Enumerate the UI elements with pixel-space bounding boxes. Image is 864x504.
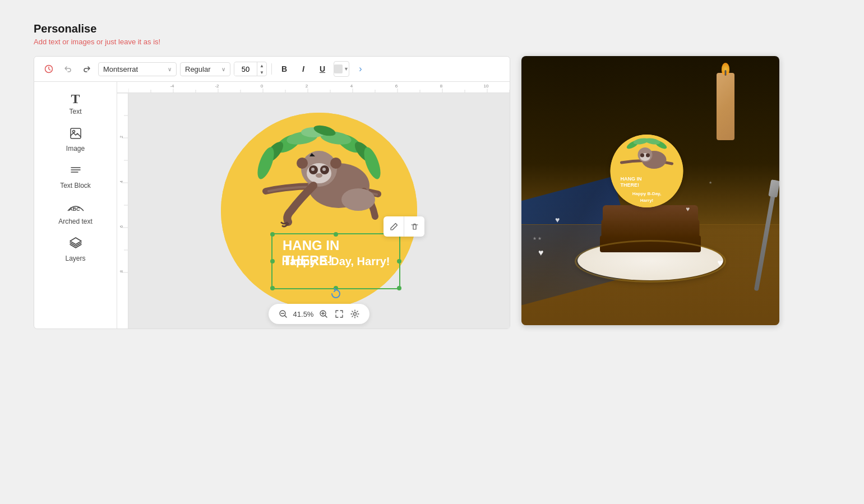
color-swatch	[334, 64, 343, 73]
svg-text:8: 8	[119, 270, 123, 272]
font-style: Regular	[185, 65, 211, 73]
size-up-button[interactable]: ▲	[257, 62, 266, 69]
color-picker-button[interactable]: ▼	[334, 61, 349, 77]
svg-point-66	[311, 168, 315, 171]
star-1: ★ ★	[533, 236, 542, 241]
handle-mr[interactable]	[397, 259, 401, 263]
preview-panel: HANG IN THERE! Happy B-Day, Harry! ♥ ♥ ♥…	[521, 56, 779, 325]
sidebar-item-image[interactable]: Image	[42, 122, 109, 157]
redo-button[interactable]	[79, 61, 95, 77]
textblock-icon	[69, 164, 82, 179]
sidebar-label-arched: Arched text	[58, 218, 93, 225]
svg-point-70	[330, 158, 341, 169]
main-layout: Montserrat ∨ Regular ∨ ▲ ▼ B	[34, 56, 830, 329]
svg-text:Harry!: Harry!	[640, 198, 654, 203]
cake-layer-2	[602, 220, 700, 237]
design-canvas: HANG IN THERE!	[221, 113, 417, 309]
svg-text:HANG IN: HANG IN	[621, 176, 642, 182]
star-2: ★	[709, 181, 712, 185]
heart-2: ♥	[555, 215, 560, 224]
bold-button[interactable]: B	[276, 61, 292, 77]
expand-toolbar-button[interactable]: ›	[353, 61, 368, 77]
svg-line-78	[325, 316, 327, 318]
sidebar-item-textblock[interactable]: Text Block	[42, 159, 109, 194]
scene-topper: HANG IN THERE! Happy B-Day, Harry!	[611, 135, 683, 207]
svg-text:THERE!: THERE!	[621, 182, 640, 188]
svg-point-81	[354, 313, 357, 316]
text-icon: T	[71, 92, 80, 105]
font-chevron-icon: ∨	[168, 66, 172, 72]
font-select[interactable]: Montserrat ∨	[98, 62, 177, 76]
svg-point-67	[322, 168, 326, 171]
svg-text:6: 6	[395, 84, 398, 89]
svg-text:ABC: ABC	[69, 206, 80, 212]
style-select[interactable]: Regular ∨	[180, 62, 230, 76]
svg-line-75	[285, 316, 287, 318]
subtitle-mid: or just leave	[94, 38, 137, 46]
cake-layer-1	[600, 235, 701, 252]
subtitle-start: Add text or	[34, 38, 71, 46]
handle-ml[interactable]	[270, 259, 275, 263]
zoom-out-button[interactable]	[276, 307, 290, 321]
selected-text: Happy B-Day, Harry!	[272, 234, 399, 288]
fit-screen-button[interactable]	[332, 307, 346, 321]
svg-text:0: 0	[261, 84, 264, 89]
svg-point-91	[646, 154, 650, 158]
underline-button[interactable]: U	[315, 61, 330, 77]
sidebar-item-arched[interactable]: ABC Arched text	[42, 196, 109, 230]
page-title: Personalise	[34, 22, 830, 35]
heart-4: ♥	[686, 205, 690, 213]
canvas-content[interactable]: HANG IN THERE!	[128, 93, 510, 329]
editor-container: Montserrat ∨ Regular ∨ ▲ ▼ B	[34, 56, 510, 329]
history-icon[interactable]	[41, 61, 57, 77]
scene-topper-svg: HANG IN THERE! Happy B-Day, Harry!	[611, 135, 683, 207]
svg-point-71	[341, 188, 375, 211]
svg-text:4: 4	[119, 181, 123, 183]
svg-point-2	[72, 131, 75, 133]
delete-button[interactable]	[404, 216, 424, 237]
scene-candle	[717, 73, 734, 140]
page-container: Personalise Add text or images or just l…	[0, 0, 864, 352]
heart-3: ♥	[717, 257, 723, 269]
bottom-toolbar: 41.5%	[269, 304, 369, 324]
size-down-button[interactable]: ▼	[257, 69, 266, 76]
handle-tl[interactable]	[270, 232, 275, 237]
italic-button[interactable]: I	[295, 61, 311, 77]
zoom-level: 41.5%	[292, 310, 315, 318]
editor-body: T Text Image	[34, 82, 510, 329]
handle-tc[interactable]	[334, 232, 338, 237]
sidebar-label-textblock: Text Block	[60, 182, 91, 189]
selection-box[interactable]: Happy B-Day, Harry!	[271, 233, 400, 289]
svg-point-82	[611, 135, 683, 207]
svg-point-68	[316, 173, 322, 178]
cake-layer-3	[603, 205, 698, 221]
handle-br[interactable]	[397, 286, 401, 290]
edit-button[interactable]	[384, 216, 404, 237]
heart-1: ♥	[538, 248, 544, 258]
preview-image: HANG IN THERE! Happy B-Day, Harry! ♥ ♥ ♥…	[521, 56, 779, 325]
svg-text:-4: -4	[170, 84, 174, 89]
sidebar-item-text[interactable]: T Text	[42, 87, 109, 120]
canvas-area: -4 -2 0 2	[117, 82, 510, 329]
svg-text:4: 4	[350, 84, 353, 89]
svg-text:8: 8	[440, 84, 443, 89]
ruler-horizontal: -4 -2 0 2	[117, 82, 510, 93]
settings-button[interactable]	[348, 307, 362, 321]
font-size-input[interactable]	[234, 63, 257, 76]
sidebar: T Text Image	[34, 82, 117, 329]
sidebar-label-image: Image	[66, 145, 85, 152]
handle-bl[interactable]	[270, 286, 275, 290]
svg-text:-2: -2	[215, 84, 219, 89]
svg-rect-1	[71, 128, 81, 138]
toolbar: Montserrat ∨ Regular ∨ ▲ ▼ B	[34, 57, 510, 82]
zoom-in-button[interactable]	[317, 307, 330, 321]
font-size-group: ▲ ▼	[234, 62, 267, 76]
sidebar-item-layers[interactable]: Layers	[42, 232, 109, 267]
size-arrows: ▲ ▼	[257, 62, 266, 76]
style-chevron-icon: ∨	[221, 66, 225, 72]
undo-button[interactable]	[60, 61, 76, 77]
rotate-handle[interactable]	[330, 288, 341, 302]
color-chevron-icon: ▼	[344, 66, 349, 72]
sidebar-label-layers: Layers	[65, 255, 85, 262]
svg-point-90	[640, 154, 644, 158]
